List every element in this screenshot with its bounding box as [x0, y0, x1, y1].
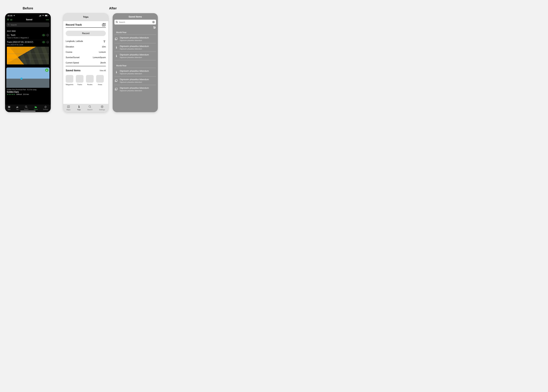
item-more-icon[interactable] — [46, 34, 49, 36]
tile-routes[interactable]: Routes — [86, 75, 94, 85]
svg-rect-1 — [40, 15, 40, 16]
svg-rect-2 — [40, 15, 41, 16]
home-indicator — [20, 111, 35, 111]
search-icon — [116, 21, 118, 23]
tile-thumb — [66, 75, 73, 83]
camera-add-icon[interactable] — [102, 23, 106, 26]
list-item[interactable]: Track (2022-07-03, 22:04:57) 5 m | 2022-… — [5, 40, 51, 66]
item-more-icon[interactable] — [46, 41, 49, 43]
svg-point-33 — [79, 105, 79, 106]
search-input[interactable]: Search — [6, 22, 49, 27]
search-field[interactable] — [119, 21, 151, 23]
list-item[interactable]: Dignissim phasellus bibendumDignissim ph… — [114, 85, 156, 93]
screen-title: Saved Items — [113, 13, 158, 20]
location-arrow-icon — [13, 15, 15, 16]
nav-label: Trip — [16, 109, 19, 110]
svg-point-21 — [48, 42, 48, 42]
svg-line-11 — [9, 25, 9, 25]
compass-icon[interactable] — [103, 40, 106, 43]
after-saved-phone: Saved Items Month/Year Dignissim phasell… — [113, 13, 158, 112]
tile-areas[interactable]: Areas — [96, 75, 104, 85]
kv-label: Current Speed — [66, 62, 79, 64]
svg-point-30 — [104, 42, 105, 42]
nav-trips[interactable]: Trips — [77, 105, 81, 111]
folder-icon — [7, 34, 9, 36]
map-thumbnail[interactable] — [7, 47, 49, 64]
svg-point-15 — [47, 35, 47, 35]
list-item[interactable]: Dignissim phasellus bibendumDignissim ph… — [114, 35, 156, 43]
item-title: Dignissim phasellus bibendum — [120, 87, 149, 89]
svg-point-50 — [116, 55, 117, 55]
more-button[interactable]: ooo — [46, 19, 49, 21]
item-title: Track (2022-07-03, 22:04:57) — [7, 41, 33, 43]
svg-point-18 — [43, 42, 44, 42]
svg-point-22 — [48, 42, 48, 42]
svg-point-20 — [47, 42, 47, 42]
bottom-nav: Maps Trips Search Settings — [63, 104, 108, 112]
nav-saved[interactable]: Saved — [34, 105, 38, 110]
svg-line-24 — [27, 107, 27, 108]
nav-label: Settings — [99, 109, 105, 111]
svg-point-51 — [116, 71, 117, 71]
tile-tracks[interactable]: Tracks — [76, 75, 83, 85]
trail-photo — [6, 68, 49, 88]
tile-thumb — [76, 75, 83, 83]
list-item[interactable]: Test1 Tracks 5, Routes 2, Waypoints 2 — [5, 33, 51, 40]
nav-trip[interactable]: Trip — [16, 105, 19, 110]
tile-label: Routes — [87, 84, 92, 85]
nav-maps[interactable]: Maps — [66, 105, 70, 111]
hiker-icon — [114, 54, 118, 57]
clear-icon[interactable] — [152, 21, 155, 23]
record-button[interactable]: Record — [66, 31, 106, 36]
after-trips-phone: Trips Record Track Record Longitude, Lat… — [63, 13, 108, 112]
group-header: Month/Year — [114, 63, 156, 68]
tile-waypoints[interactable]: Waypoints — [66, 75, 73, 85]
svg-rect-6 — [48, 15, 48, 16]
nav-settings[interactable]: Settings — [99, 105, 105, 111]
nav-label: Trips — [77, 109, 81, 111]
item-title: Dignissim phasellus bibendum — [120, 70, 149, 72]
kv-value: Loreum/Ipusm — [93, 56, 106, 59]
nav-settings[interactable]: Settings — [43, 105, 48, 110]
tile-label: Areas — [98, 84, 102, 85]
kv-label: Course — [66, 51, 72, 53]
trail-card[interactable]: Golden Ears Provincial Park · 51.0 km aw… — [6, 68, 49, 96]
download-icon[interactable] — [45, 69, 49, 72]
item-subtitle: Dignissim phasellus bibendum — [120, 39, 149, 41]
svg-point-34 — [89, 105, 90, 107]
kv-value: Loreum — [99, 51, 106, 53]
nav-map[interactable]: Map — [8, 105, 11, 110]
filter-button[interactable]: All — [7, 19, 12, 21]
svg-rect-48 — [115, 38, 117, 39]
location-label: Longitude, Latitude — [66, 40, 83, 42]
wifi-icon — [42, 15, 44, 16]
nav-label: Search — [87, 109, 92, 111]
view-all-link[interactable]: View All — [100, 70, 106, 71]
list-item[interactable]: Dignissim phasellus bibendumDignissim ph… — [114, 52, 156, 60]
svg-rect-3 — [41, 15, 41, 16]
visibility-icon[interactable] — [42, 34, 45, 36]
svg-rect-53 — [115, 88, 117, 90]
nav-search[interactable]: Search — [87, 105, 92, 111]
list-item[interactable]: Dignissim phasellus bibendumDignissim ph… — [114, 77, 156, 85]
nav-search[interactable]: Search — [24, 105, 28, 110]
svg-rect-0 — [39, 16, 39, 16]
svg-point-36 — [102, 106, 103, 107]
svg-point-17 — [48, 35, 48, 35]
status-bar: 21:21 — [5, 13, 51, 17]
tune-icon[interactable] — [153, 26, 156, 29]
kv-value: 10m — [102, 46, 106, 48]
search-input[interactable] — [114, 20, 156, 24]
item-subtitle: Dignissim phasellus bibendum — [120, 90, 149, 91]
trail-stars: ★★★★★ — [7, 93, 15, 95]
before-label: Before — [14, 6, 42, 10]
svg-rect-52 — [115, 80, 117, 81]
list-item[interactable]: Dignissim phasellus bibendumDignissim ph… — [114, 68, 156, 77]
svg-line-35 — [90, 107, 91, 108]
svg-rect-5 — [45, 15, 47, 16]
list-item[interactable]: Dignissim phasellus bibendumDignissim ph… — [114, 43, 156, 52]
svg-point-27 — [103, 24, 104, 26]
visibility-icon[interactable] — [42, 41, 45, 43]
filter-icon — [7, 19, 9, 21]
tile-label: Waypoints — [66, 84, 73, 85]
